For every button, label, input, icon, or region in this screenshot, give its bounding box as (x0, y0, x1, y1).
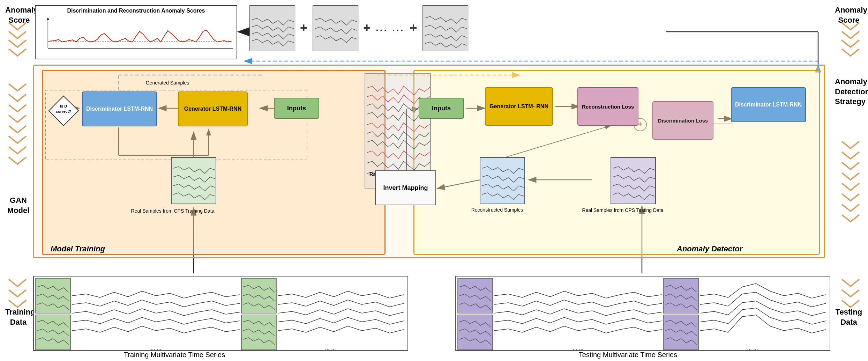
plus-2: + (363, 21, 371, 35)
svg-rect-46 (36, 315, 70, 350)
discriminator-block-training: Discriminator LSTM-RNN (82, 91, 157, 126)
testing-multivariate-label: Testing Multivariate Time Series (523, 351, 733, 359)
top-samples-area: + + ... ... + (249, 5, 468, 51)
anomaly-detection-strategy-label: Anomaly Detection Strategy (835, 77, 863, 107)
chart-title: Discrimination and Reconstruction Anomal… (37, 8, 235, 14)
generator-block-training: Generator LSTM-RNN (178, 91, 248, 126)
right-chevrons-detection (838, 138, 863, 244)
dots-1: ... ... (376, 22, 404, 34)
main-container: + Anomaly Score GAN Model (0, 0, 868, 361)
reconstructed-samples-label: Reconstructed Samples (450, 207, 544, 213)
svg-marker-37 (46, 17, 49, 20)
svg-rect-55 (664, 315, 698, 350)
svg-rect-54 (664, 278, 698, 313)
chart-svg (37, 15, 235, 53)
svg-text:Is D: Is D (60, 104, 67, 108)
testing-data-area: ... ... ... ... (455, 276, 830, 351)
model-training-label: Model Training (51, 244, 105, 253)
svg-rect-52 (458, 315, 493, 350)
right-chevrons-testing (838, 276, 863, 312)
svg-text:... ...: ... ... (325, 345, 336, 351)
svg-text:... ...: ... ... (150, 345, 161, 351)
svg-text:... ...: ... ... (573, 345, 583, 351)
real-samples-testing-box (611, 157, 656, 204)
generated-samples-label: Generated Samples (145, 80, 190, 86)
svg-rect-45 (36, 278, 70, 313)
reconstruction-loss-block: Reconstruction Loss (577, 87, 638, 126)
reconstructed-samples-box (480, 157, 525, 204)
real-samples-training-box (171, 157, 216, 204)
sample-box-2 (313, 5, 358, 51)
sample-box-3 (422, 5, 468, 51)
svg-rect-41 (423, 6, 469, 51)
inputs-block-training: Inputs (274, 98, 319, 119)
sample-box-1 (249, 5, 295, 51)
left-chevrons-gan (5, 80, 30, 186)
anomaly-detector-label: Anomaly Detector (677, 244, 742, 253)
real-samples-training-label: Real Samples from CPS Training Data (126, 208, 220, 214)
training-data-area: ... ... ... ... (33, 276, 408, 351)
discriminator-block-anomaly: Discriminator LSTM-RNN (731, 87, 806, 122)
invert-mapping-block: Invert Mapping (375, 170, 436, 205)
svg-rect-48 (241, 278, 276, 313)
discrimination-loss-block: Discrimination Loss (652, 101, 713, 140)
inputs-block-anomaly: Inputs (419, 98, 464, 119)
svg-text:correct?: correct? (56, 109, 71, 113)
is-d-correct-diamond: Is D correct? (47, 94, 80, 127)
svg-rect-51 (458, 278, 493, 313)
plus-1: + (300, 21, 307, 35)
generator-block-anomaly: Generator LSTM- RNN (485, 87, 553, 126)
real-samples-testing-label: Real Samples from CPS Testing Data (572, 207, 673, 213)
training-data-side-label: Training Data (5, 307, 31, 327)
right-chevrons-anomaly (838, 19, 863, 62)
gan-model-label: GAN Model (5, 196, 31, 215)
left-chevrons-training (5, 276, 30, 312)
anomaly-score-chart: Discrimination and Reconstruction Anomal… (35, 5, 237, 59)
training-multivariate-label: Training Multivariate Time Series (70, 351, 279, 359)
plus-3: + (410, 21, 417, 35)
svg-rect-49 (241, 315, 276, 350)
svg-text:... ...: ... ... (747, 345, 758, 351)
left-chevrons-anomaly (5, 19, 30, 62)
